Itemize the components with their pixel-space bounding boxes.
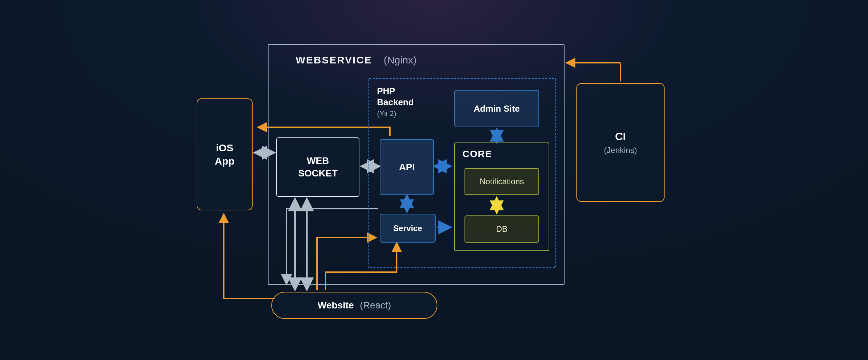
php-tech: (Yii 2) bbox=[377, 109, 414, 118]
webservice-title: WEBSERVICE bbox=[296, 54, 372, 65]
ci-title: CI bbox=[615, 130, 626, 143]
admin-site-node: Admin Site bbox=[454, 90, 539, 127]
ios-title-2: App bbox=[215, 154, 234, 168]
admin-site-label: Admin Site bbox=[474, 103, 520, 114]
notifications-label: Notifications bbox=[480, 177, 524, 186]
websocket-title-1: WEB bbox=[307, 155, 329, 167]
ios-title-1: iOS bbox=[216, 141, 234, 154]
webservice-tech: (Nginx) bbox=[384, 54, 417, 65]
ci-node: CI (Jenkins) bbox=[576, 83, 665, 202]
websocket-node: WEB SOCKET bbox=[276, 137, 359, 197]
website-title: Website bbox=[318, 300, 354, 310]
service-label: Service bbox=[393, 224, 422, 233]
websocket-title-2: SOCKET bbox=[298, 167, 338, 179]
ci-tech: (Jenkins) bbox=[604, 146, 637, 155]
ios-app-node: iOS App bbox=[197, 98, 253, 210]
api-label: API bbox=[399, 162, 415, 173]
db-node: DB bbox=[465, 215, 539, 243]
architecture-diagram: WEBSERVICE (Nginx) PHP Backend (Yii 2) A… bbox=[0, 0, 868, 360]
edge-website-ios bbox=[224, 214, 275, 299]
notifications-node: Notifications bbox=[465, 168, 539, 195]
php-title-1: PHP bbox=[377, 86, 414, 97]
website-tech: (React) bbox=[360, 300, 391, 310]
php-title-2: Backend bbox=[377, 97, 414, 108]
core-title: CORE bbox=[462, 149, 492, 159]
db-label: DB bbox=[496, 224, 507, 234]
website-node: Website (React) bbox=[271, 292, 437, 319]
api-node: API bbox=[380, 139, 434, 195]
service-node: Service bbox=[380, 214, 436, 243]
